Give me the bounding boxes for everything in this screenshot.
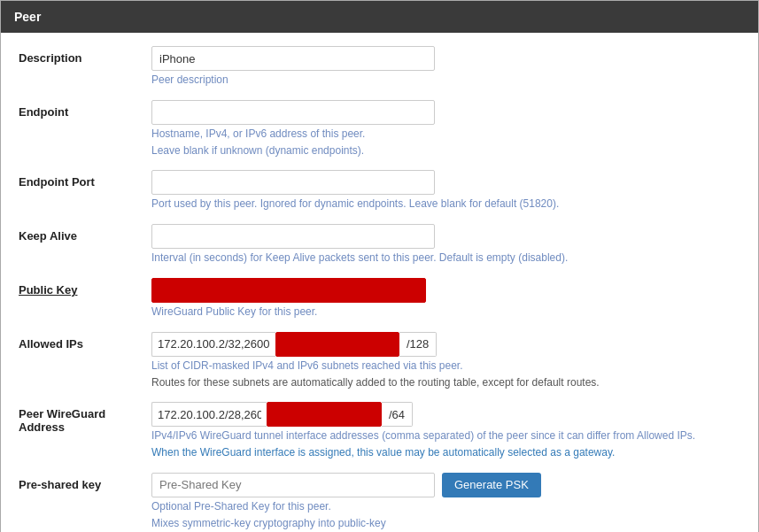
description-input[interactable] (151, 46, 435, 71)
peer-wg-address-row: Peer WireGuard Address /64 IPv4/IPv6 Wir… (19, 402, 740, 460)
psk-row: Pre-shared key Generate PSK Optional Pre… (19, 473, 740, 532)
endpoint-input[interactable] (151, 100, 435, 125)
allowed-ips-suffix: /128 (399, 332, 437, 357)
peer-wg-input-group: /64 (151, 402, 740, 427)
endpoint-row: Endpoint Hostname, IPv4, or IPv6 address… (19, 100, 740, 158)
peer-wg-hint-1: IPv4/IPv6 WireGuard tunnel interface add… (151, 428, 740, 443)
peer-wg-address-label: Peer WireGuard Address (19, 402, 151, 434)
public-key-hint: WireGuard Public Key for this peer. (151, 305, 740, 320)
psk-input-group: Generate PSK (151, 473, 740, 497)
peer-wg-hint-2: When the WireGuard interface is assigned… (151, 445, 740, 460)
peer-wg-suffix: /64 (382, 402, 413, 427)
keep-alive-field: Interval (in seconds) for Keep Alive pac… (151, 224, 740, 266)
psk-hint-1: Optional Pre-Shared Key for this peer. (151, 499, 740, 514)
peer-wg-part1-input[interactable] (151, 402, 267, 427)
endpoint-port-row: Endpoint Port Port used by this peer. Ig… (19, 170, 740, 212)
psk-field: Generate PSK Optional Pre-Shared Key for… (151, 473, 740, 532)
endpoint-port-hint: Port used by this peer. Ignored for dyna… (151, 197, 740, 212)
psk-input[interactable] (151, 473, 435, 497)
endpoint-field: Hostname, IPv4, or IPv6 address of this … (151, 100, 740, 158)
endpoint-label: Endpoint (19, 100, 151, 119)
peer-wg-part2-input[interactable] (267, 402, 382, 427)
public-key-row: Public Key WireGuard Public Key for this… (19, 278, 740, 320)
description-label: Description (19, 46, 151, 65)
description-row: Description Peer description (19, 46, 740, 88)
description-field: Peer description (151, 46, 740, 88)
allowed-ips-part2-input[interactable] (275, 332, 399, 357)
public-key-field: WireGuard Public Key for this peer. (151, 278, 740, 320)
keep-alive-input[interactable] (151, 224, 435, 249)
title-bar-label: Peer (14, 10, 41, 24)
peer-window: Peer Description Peer description Endpoi… (0, 0, 759, 532)
endpoint-port-field: Port used by this peer. Ignored for dyna… (151, 170, 740, 212)
allowed-ips-hint-2: Routes for these subnets are automatical… (151, 375, 740, 390)
endpoint-hint-2: Leave blank if unknown (dynamic endpoint… (151, 143, 740, 158)
endpoint-port-input[interactable] (151, 170, 435, 195)
allowed-ips-row: Allowed IPs /128 List of CIDR-masked IPv… (19, 332, 740, 390)
endpoint-port-label: Endpoint Port (19, 170, 151, 189)
generate-psk-button[interactable]: Generate PSK (442, 473, 541, 497)
endpoint-hint-1: Hostname, IPv4, or IPv6 address of this … (151, 127, 740, 142)
allowed-ips-part1-input[interactable] (151, 332, 275, 357)
allowed-ips-input-group: /128 (151, 332, 740, 357)
psk-hint-2: Mixes symmetric-key cryptography into pu… (151, 516, 740, 531)
keep-alive-row: Keep Alive Interval (in seconds) for Kee… (19, 224, 740, 266)
peer-wg-address-field: /64 IPv4/IPv6 WireGuard tunnel interface… (151, 402, 740, 460)
allowed-ips-hint-1: List of CIDR-masked IPv4 and IPv6 subnet… (151, 359, 740, 374)
public-key-input[interactable] (151, 278, 426, 303)
allowed-ips-label: Allowed IPs (19, 332, 151, 351)
description-hint: Peer description (151, 73, 740, 88)
title-bar: Peer (1, 1, 758, 33)
keep-alive-label: Keep Alive (19, 224, 151, 243)
form-content: Description Peer description Endpoint Ho… (1, 33, 758, 532)
keep-alive-hint: Interval (in seconds) for Keep Alive pac… (151, 251, 740, 266)
public-key-label: Public Key (19, 278, 151, 297)
psk-label: Pre-shared key (19, 473, 151, 491)
allowed-ips-field: /128 List of CIDR-masked IPv4 and IPv6 s… (151, 332, 740, 390)
